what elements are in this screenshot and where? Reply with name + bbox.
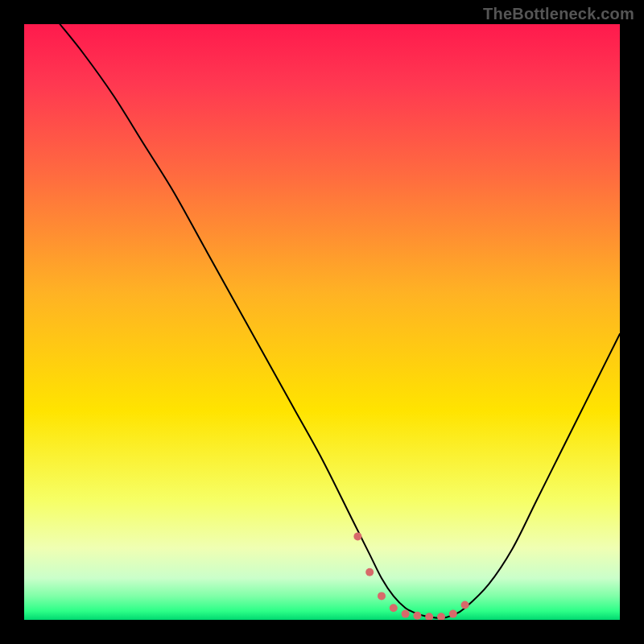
highlight-point — [378, 592, 386, 600]
chart-svg — [24, 24, 620, 620]
highlight-point — [402, 610, 410, 618]
highlight-point — [390, 604, 398, 612]
highlight-point — [461, 601, 469, 609]
chart-frame: TheBottleneck.com — [0, 0, 644, 644]
highlight-point — [353, 532, 361, 540]
highlight-point — [365, 568, 374, 576]
gradient-background — [24, 24, 620, 620]
highlight-point — [449, 610, 457, 618]
plot-area — [24, 24, 620, 620]
highlight-point — [413, 612, 421, 620]
watermark-text: TheBottleneck.com — [483, 5, 634, 23]
